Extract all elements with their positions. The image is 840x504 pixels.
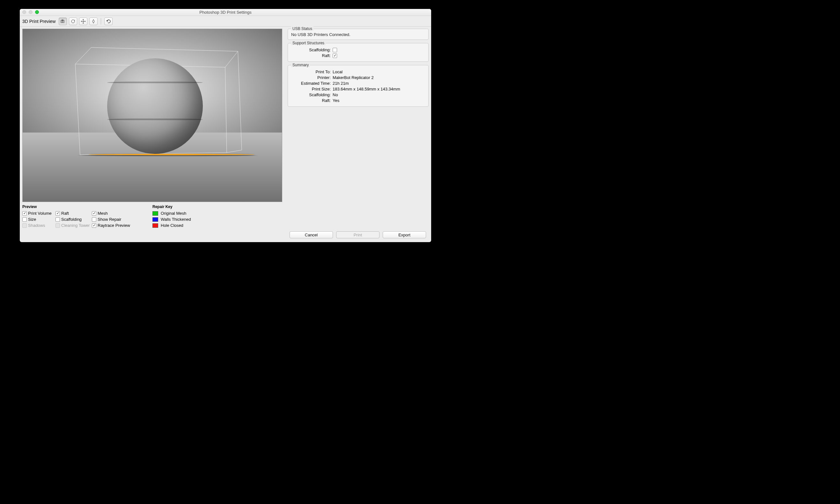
toolbar-label: 3D Print Preview bbox=[22, 19, 55, 24]
walls-thickened-label: Walls Thickened bbox=[161, 217, 191, 222]
show-repair-label: Show Repair bbox=[98, 217, 121, 222]
summary-scaffolding-label: Scaffolding: bbox=[291, 92, 332, 97]
printer-value: MakerBot Replicator 2 bbox=[332, 75, 374, 80]
svg-point-1 bbox=[62, 21, 63, 22]
summary-raft-value: Yes bbox=[332, 98, 339, 103]
raft-preview-label: Raft bbox=[61, 211, 69, 216]
hole-closed-swatch bbox=[152, 223, 158, 228]
orbit-icon bbox=[91, 19, 96, 24]
usb-status-legend: USB Status bbox=[291, 26, 313, 31]
repair-key: Repair Key Original Mesh Walls Thickened… bbox=[152, 204, 191, 229]
svg-line-9 bbox=[225, 67, 227, 152]
cleaning-tower-label: Cleaning Tower bbox=[61, 223, 90, 228]
support-structures-fieldset: Support Structures Scaffolding: Raft: bbox=[288, 43, 429, 62]
export-button[interactable]: Export bbox=[383, 231, 426, 238]
minimize-window-button[interactable] bbox=[29, 10, 33, 14]
estimated-time-label: Estimated Time: bbox=[291, 81, 332, 86]
summary-scaffolding-value: No bbox=[332, 92, 338, 97]
svg-line-5 bbox=[225, 51, 238, 67]
dialog-button-row: Cancel Print Export bbox=[290, 231, 426, 238]
rotate-tool-button[interactable] bbox=[69, 18, 77, 25]
settings-window: Photoshop 3D Print Settings 3D Print Pre… bbox=[20, 9, 431, 242]
support-structures-legend: Support Structures bbox=[291, 41, 326, 45]
below-preview-row: Preview Print Volume Raft Mesh Size Scaf… bbox=[22, 202, 284, 229]
preview-options: Preview Print Volume Raft Mesh Size Scaf… bbox=[22, 204, 133, 229]
rotate-icon bbox=[70, 19, 75, 24]
print-button: Print bbox=[336, 231, 379, 238]
summary-fieldset: Summary Print To:Local Printer:MakerBot … bbox=[288, 65, 429, 107]
print-volume-checkbox[interactable] bbox=[22, 211, 27, 216]
scaffolding-option-checkbox[interactable] bbox=[332, 48, 337, 52]
hole-closed-label: Hole Closed bbox=[161, 223, 183, 228]
mesh-seam bbox=[107, 82, 203, 84]
print-size-label: Print Size: bbox=[291, 87, 332, 91]
summary-legend: Summary bbox=[291, 63, 310, 67]
toolbar-separator bbox=[101, 18, 101, 24]
print-to-label: Print To: bbox=[291, 69, 332, 74]
camera-icon bbox=[60, 19, 65, 24]
svg-line-12 bbox=[227, 150, 242, 152]
raft-option-checkbox[interactable] bbox=[332, 54, 337, 58]
scaffolding-preview-checkbox[interactable] bbox=[55, 217, 60, 222]
shadows-label: Shadows bbox=[28, 223, 45, 228]
preview-viewport[interactable] bbox=[22, 29, 282, 202]
svg-line-10 bbox=[238, 51, 242, 150]
repair-key-heading: Repair Key bbox=[152, 204, 191, 209]
original-mesh-swatch bbox=[152, 211, 158, 216]
cleaning-tower-checkbox bbox=[55, 223, 60, 228]
svg-rect-2 bbox=[62, 20, 63, 20]
print-size-value: 183.64mm x 148.59mm x 143.34mm bbox=[332, 87, 400, 91]
orbit-tool-button[interactable] bbox=[89, 18, 98, 25]
right-column: USB Status No USB 3D Printers Connected.… bbox=[288, 29, 429, 239]
raft-preview-checkbox[interactable] bbox=[55, 211, 60, 216]
usb-status-fieldset: USB Status No USB 3D Printers Connected. bbox=[288, 29, 429, 40]
close-window-button[interactable] bbox=[22, 10, 26, 14]
shadows-checkbox bbox=[22, 223, 27, 228]
size-checkbox[interactable] bbox=[22, 217, 27, 222]
usb-status-message: No USB 3D Printers Connected. bbox=[291, 32, 425, 37]
svg-line-8 bbox=[75, 64, 80, 155]
walls-thickened-swatch bbox=[152, 217, 158, 222]
undo-icon bbox=[106, 19, 111, 24]
original-mesh-label: Original Mesh bbox=[161, 211, 186, 216]
maximize-window-button[interactable] bbox=[35, 10, 39, 14]
left-column: Preview Print Volume Raft Mesh Size Scaf… bbox=[22, 29, 284, 239]
pan-tool-button[interactable] bbox=[79, 18, 87, 25]
svg-line-7 bbox=[75, 48, 91, 64]
cancel-button[interactable]: Cancel bbox=[290, 231, 333, 238]
undo-tool-button[interactable] bbox=[104, 18, 113, 25]
print-volume-label: Print Volume bbox=[28, 211, 52, 216]
raytrace-checkbox[interactable] bbox=[92, 223, 96, 228]
show-repair-checkbox[interactable] bbox=[92, 217, 96, 222]
svg-point-3 bbox=[71, 20, 75, 23]
scaffolding-option-label: Scaffolding: bbox=[291, 48, 332, 52]
titlebar: Photoshop 3D Print Settings bbox=[20, 9, 431, 16]
mesh-checkbox[interactable] bbox=[92, 211, 96, 216]
preview-heading: Preview bbox=[22, 204, 133, 209]
size-label: Size bbox=[28, 217, 36, 222]
mesh-label: Mesh bbox=[98, 211, 108, 216]
estimated-time-value: 21h 21m bbox=[332, 81, 349, 86]
raytrace-label: Raytrace Preview bbox=[98, 223, 130, 228]
print-to-value: Local bbox=[332, 69, 343, 74]
camera-tool-button[interactable] bbox=[59, 18, 67, 25]
window-title: Photoshop 3D Print Settings bbox=[199, 10, 251, 15]
mesh-seam bbox=[107, 119, 203, 121]
printer-label: Printer: bbox=[291, 75, 332, 80]
preview-mesh-sphere bbox=[107, 58, 203, 154]
raft-option-label: Raft: bbox=[291, 53, 332, 58]
pan-icon bbox=[81, 19, 86, 24]
scaffolding-preview-label: Scaffolding bbox=[61, 217, 82, 222]
toolbar: 3D Print Preview bbox=[20, 16, 431, 27]
summary-raft-label: Raft: bbox=[291, 98, 332, 103]
dialog-body: Preview Print Volume Raft Mesh Size Scaf… bbox=[20, 27, 431, 242]
traffic-lights bbox=[22, 10, 39, 14]
raft-plate bbox=[89, 154, 255, 155]
svg-line-6 bbox=[91, 48, 238, 51]
